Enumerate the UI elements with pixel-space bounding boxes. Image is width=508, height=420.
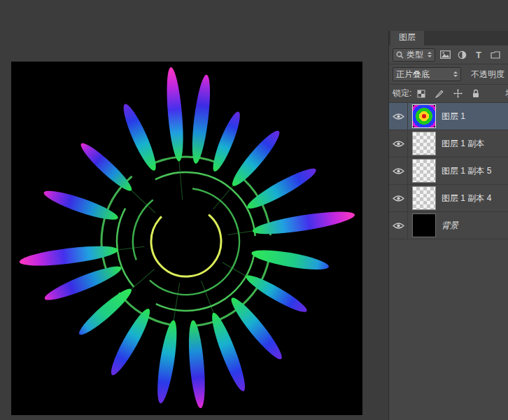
layer-thumbnail[interactable] bbox=[412, 104, 436, 128]
tab-layers[interactable]: 图层 bbox=[390, 31, 424, 46]
chevron-updown-icon bbox=[428, 52, 432, 57]
visibility-toggle[interactable] bbox=[389, 158, 408, 184]
layer-name: 背景 bbox=[442, 220, 458, 232]
canvas-artwork bbox=[11, 62, 362, 415]
filter-shape-layers-button[interactable] bbox=[488, 48, 502, 61]
layer-name: 图层 1 副本 5 bbox=[442, 165, 491, 177]
folder-icon bbox=[491, 51, 500, 59]
adjustment-circle-icon bbox=[458, 50, 467, 59]
layer-thumbnail[interactable] bbox=[412, 159, 436, 183]
brush-icon bbox=[435, 90, 444, 98]
visibility-toggle[interactable] bbox=[389, 103, 408, 130]
checkerboard-icon bbox=[417, 90, 425, 98]
layers-panel: 图层 类型 T bbox=[388, 31, 508, 420]
filter-pixel-layers-button[interactable] bbox=[438, 48, 452, 61]
filter-type-dropdown[interactable]: 类型 bbox=[393, 48, 435, 62]
layer-list: 图层 1 图层 1 副本 图层 1 副本 5 bbox=[389, 103, 508, 239]
blend-mode-dropdown[interactable]: 正片叠底 bbox=[393, 67, 461, 81]
layer-name: 图层 1 副本 4 bbox=[442, 192, 491, 204]
lock-row: 锁定: bbox=[389, 85, 508, 103]
lock-icons-group bbox=[414, 88, 483, 100]
lock-all-button[interactable] bbox=[469, 88, 483, 100]
fill-label: 填充 bbox=[505, 88, 508, 99]
opacity-label: 不透明度 bbox=[471, 69, 505, 80]
filter-adjustment-layers-button[interactable] bbox=[455, 48, 469, 61]
search-icon bbox=[396, 51, 404, 59]
layer-thumbnail[interactable] bbox=[412, 132, 436, 155]
layer-row[interactable]: 背景 bbox=[389, 212, 508, 239]
layer-name: 图层 1 副本 bbox=[442, 138, 484, 150]
eye-icon bbox=[393, 167, 404, 175]
eye-icon bbox=[393, 140, 404, 148]
chevron-updown-icon bbox=[453, 71, 458, 77]
visibility-toggle[interactable] bbox=[389, 185, 408, 211]
layer-name: 图层 1 bbox=[442, 111, 465, 122]
visibility-toggle[interactable] bbox=[389, 212, 408, 239]
lock-position-button[interactable] bbox=[451, 88, 465, 100]
lock-label: 锁定: bbox=[393, 88, 411, 99]
move-icon bbox=[453, 89, 463, 98]
visibility-toggle[interactable] bbox=[389, 130, 408, 157]
document-canvas[interactable] bbox=[11, 62, 362, 415]
image-icon bbox=[440, 50, 451, 59]
layer-row[interactable]: 图层 1 副本 bbox=[389, 130, 508, 158]
layer-row[interactable]: 图层 1 bbox=[389, 103, 508, 130]
layer-row[interactable]: 图层 1 副本 5 bbox=[389, 158, 508, 185]
layer-thumbnail[interactable] bbox=[412, 214, 436, 237]
lock-transparency-button[interactable] bbox=[414, 88, 428, 100]
petal-group bbox=[18, 66, 355, 409]
panel-tab-strip: 图层 bbox=[389, 31, 508, 46]
layer-thumbnail[interactable] bbox=[412, 186, 436, 210]
filter-type-layers-button[interactable]: T bbox=[472, 48, 486, 61]
padlock-icon bbox=[472, 89, 480, 98]
layer-filter-row: 类型 T bbox=[389, 46, 508, 64]
eye-icon bbox=[393, 195, 404, 202]
eye-icon bbox=[393, 222, 404, 230]
layer-row[interactable]: 图层 1 副本 4 bbox=[389, 185, 508, 212]
lock-pixels-button[interactable] bbox=[432, 88, 446, 100]
blend-mode-row: 正片叠底 不透明度 bbox=[389, 64, 508, 85]
filter-type-label: 类型 bbox=[407, 49, 423, 61]
blend-mode-value: 正片叠底 bbox=[396, 69, 430, 80]
eye-icon bbox=[393, 113, 404, 120]
type-tool-icon: T bbox=[476, 50, 481, 59]
